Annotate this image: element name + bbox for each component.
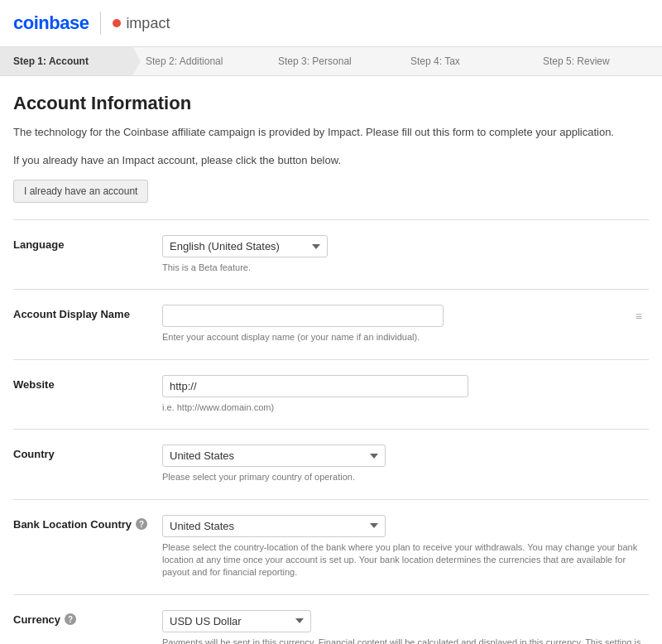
step-5-label: Step 5: Review [543, 55, 610, 67]
language-select[interactable]: English (United States) [162, 235, 328, 257]
bank-location-country-select[interactable]: United States [162, 515, 386, 537]
website-control: i.e. http://www.domain.com) [162, 375, 649, 414]
bank-location-country-label: Bank Location Country ? [13, 515, 162, 531]
bank-location-help-icon[interactable]: ? [136, 518, 147, 530]
country-select[interactable]: United States [162, 445, 386, 467]
logo-divider [100, 12, 101, 35]
currency-select[interactable]: USD US Dollar [162, 610, 311, 632]
bank-location-country-control: United States Please select the country-… [162, 515, 649, 579]
website-label: Website [13, 375, 162, 391]
header: coinbase impact [0, 0, 662, 47]
impact-logo: impact [113, 15, 170, 32]
step-4-label: Step 4: Tax [410, 55, 460, 67]
step-5[interactable]: Step 5: Review [530, 47, 662, 75]
country-label: Country [13, 445, 162, 460]
step-1[interactable]: Step 1: Account [0, 47, 132, 75]
page-description-line2: If you already have an Impact account, p… [13, 152, 649, 169]
bank-location-country-hint: Please select the country-location of th… [162, 541, 649, 579]
impact-dot-icon [113, 19, 121, 27]
country-hint: Please select your primary country of op… [162, 471, 649, 483]
account-name-wrap: ≡ [162, 305, 649, 327]
country-row: Country United States Please select your… [13, 430, 649, 499]
bank-location-country-row: Bank Location Country ? United States Pl… [13, 500, 649, 595]
step-2[interactable]: Step 2: Additional [132, 47, 265, 75]
page-title: Account Information [13, 93, 649, 114]
language-hint: This is a Beta feature. [162, 262, 649, 274]
account-display-name-row: Account Display Name ≡ Enter your accoun… [13, 290, 649, 359]
currency-hint: Payments will be sent in this currency. … [162, 637, 649, 644]
currency-help-icon[interactable]: ? [65, 613, 76, 625]
step-3-label: Step 3: Personal [278, 55, 352, 67]
name-icon: ≡ [636, 310, 642, 323]
coinbase-logo: coinbase [13, 12, 89, 34]
account-display-name-label: Account Display Name [13, 305, 162, 320]
step-4[interactable]: Step 4: Tax [397, 47, 530, 75]
account-display-name-control: ≡ Enter your account display name (or yo… [162, 305, 649, 344]
step-2-label: Step 2: Additional [146, 55, 223, 67]
currency-label: Currency ? [13, 610, 162, 626]
language-row: Language English (United States) This is… [13, 220, 649, 290]
steps-bar: Step 1: Account Step 2: Additional Step … [0, 47, 662, 76]
language-control: English (United States) This is a Beta f… [162, 235, 649, 274]
language-label: Language [13, 235, 162, 251]
step-3[interactable]: Step 3: Personal [265, 47, 397, 75]
account-display-name-input[interactable] [162, 305, 444, 327]
account-display-name-hint: Enter your account display name (or your… [162, 331, 649, 344]
website-hint: i.e. http://www.domain.com) [162, 401, 649, 414]
account-form: Language English (United States) This is… [13, 219, 649, 644]
website-input[interactable] [162, 375, 468, 397]
currency-row: Currency ? USD US Dollar Payments will b… [13, 595, 649, 644]
currency-control: USD US Dollar Payments will be sent in t… [162, 610, 649, 644]
page-description-line1: The technology for the Coinbase affiliat… [13, 124, 649, 141]
impact-logo-text: impact [126, 15, 170, 32]
main-content: Account Information The technology for t… [0, 76, 662, 644]
website-row: Website i.e. http://www.domain.com) [13, 360, 649, 430]
already-account-button[interactable]: I already have an account [13, 180, 148, 203]
step-1-label: Step 1: Account [13, 55, 89, 67]
country-control: United States Please select your primary… [162, 445, 649, 483]
